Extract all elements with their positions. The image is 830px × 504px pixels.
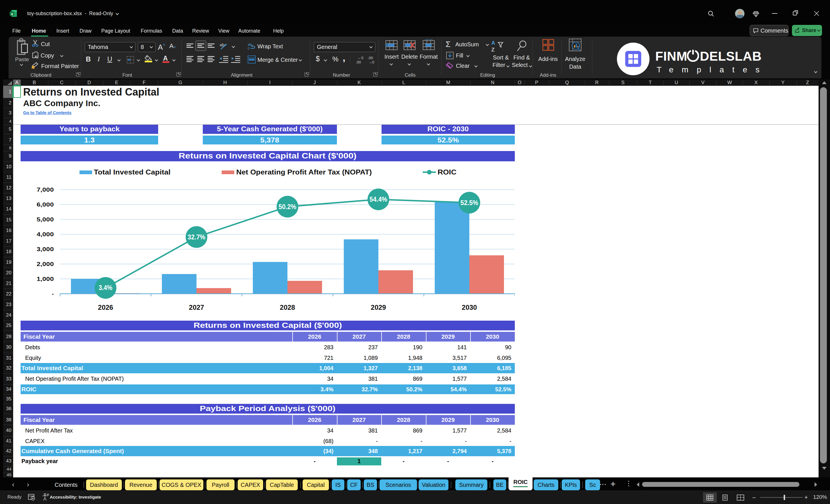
svg-text:←0: ←0 — [357, 56, 363, 60]
svg-text:1,000: 1,000 — [37, 276, 54, 282]
svg-text:c: c — [248, 46, 250, 50]
svg-text:4,000: 4,000 — [37, 231, 54, 238]
svg-text:2027: 2027 — [189, 304, 204, 311]
svg-text:5,000: 5,000 — [37, 216, 54, 223]
svg-text:Net Operating Profit After Tax: Net Operating Profit After Tax (NOPAT) — [236, 168, 372, 176]
svg-text:2,000: 2,000 — [37, 261, 54, 267]
svg-text:A: A — [491, 40, 495, 46]
svg-text:.00: .00 — [356, 60, 361, 64]
svg-text:x: x — [11, 12, 13, 16]
svg-text:→0: →0 — [369, 60, 374, 64]
svg-text:52.5%: 52.5% — [460, 199, 478, 207]
svg-text:2029: 2029 — [371, 304, 386, 311]
svg-text:50.2%: 50.2% — [279, 203, 296, 211]
svg-text:ROIC: ROIC — [438, 168, 456, 176]
svg-text:2028: 2028 — [280, 304, 295, 311]
svg-text:32.7%: 32.7% — [188, 233, 205, 241]
svg-text:3,000: 3,000 — [37, 246, 54, 252]
svg-text:2026: 2026 — [98, 304, 113, 311]
svg-text:54.4%: 54.4% — [370, 196, 387, 203]
svg-text:.00: .00 — [368, 56, 373, 60]
svg-text:2030: 2030 — [461, 304, 477, 311]
svg-text:-: - — [52, 291, 54, 297]
svg-text:Z: Z — [491, 47, 494, 53]
svg-text:6,000: 6,000 — [37, 201, 54, 208]
svg-text:7,000: 7,000 — [37, 187, 54, 193]
svg-text:3.4%: 3.4% — [99, 284, 113, 291]
svg-text:Total Invested Capital: Total Invested Capital — [94, 168, 170, 176]
